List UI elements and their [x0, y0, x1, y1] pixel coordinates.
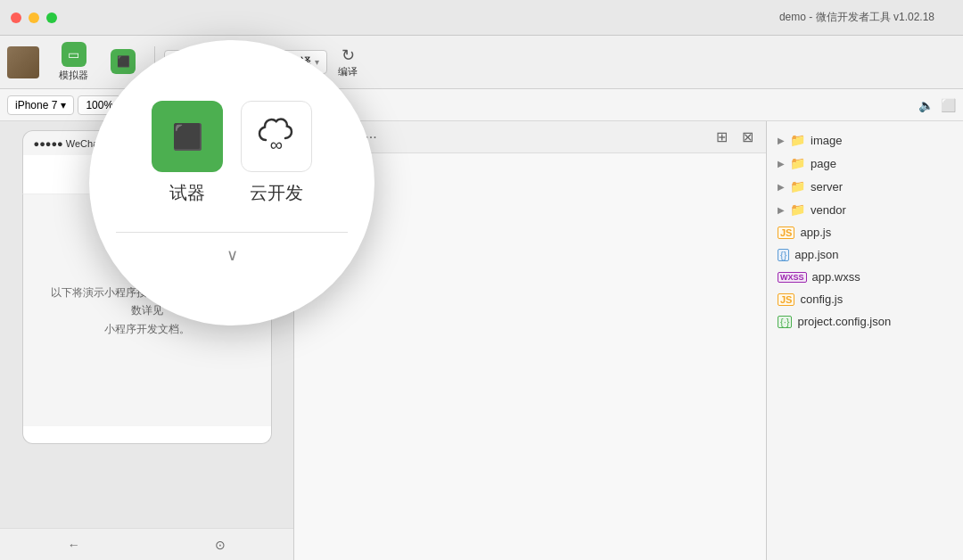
file-name: app.wxss [812, 270, 860, 284]
filetree-panel: ▶ 📁 image ▶ 📁 page ▶ 📁 server ▶ 📁 vendor… [767, 121, 963, 560]
compile-button[interactable]: ↻ 编译 [331, 42, 365, 82]
folder-arrow-icon: ▶ [778, 182, 785, 192]
config-badge: {·} [778, 316, 792, 328]
file-name: app.js [800, 226, 831, 239]
debugger-icon-symbol: ⬛ [172, 122, 203, 152]
carrier-text: ●●●●● WeChat [34, 138, 102, 149]
back-button[interactable]: ← [61, 534, 87, 556]
file-name: app.json [794, 248, 838, 261]
popup-cloud-item[interactable]: ∞ 云开发 [241, 101, 312, 205]
js-badge: JS [778, 293, 794, 306]
popup-divider [116, 232, 348, 233]
volume-icon[interactable]: 🔈 [918, 98, 934, 112]
home-button[interactable]: ⊙ [208, 534, 233, 556]
popup-items: ⬛ 试器 ∞ 云开发 [152, 101, 312, 205]
simulator-button[interactable]: ▭ 模拟器 [50, 38, 97, 86]
file-name: server [811, 180, 843, 194]
close-button[interactable] [11, 12, 21, 23]
minimize-button[interactable] [29, 12, 39, 23]
device-select[interactable]: iPhone 7 ▾ [7, 95, 74, 115]
list-item[interactable]: JS app.js [767, 221, 963, 243]
maximize-button[interactable] [46, 12, 57, 23]
list-item[interactable]: {·} project.config.json [767, 310, 963, 333]
popup-chevron-icon: ∨ [226, 245, 238, 265]
debugger-icon: ⬛ [117, 55, 130, 68]
file-name: page [811, 157, 836, 170]
list-item[interactable]: WXSS app.wxss [767, 266, 963, 288]
refresh-icon: ↻ [342, 45, 355, 65]
popup-inner: ⬛ 试器 ∞ 云开发 ∨ [89, 40, 374, 325]
svg-text:∞: ∞ [270, 135, 283, 154]
popup-chevron-area[interactable]: ∨ [226, 245, 238, 265]
list-item[interactable]: ▶ 📁 vendor [767, 198, 963, 221]
debugger-icon-bg: ⬛ [111, 49, 136, 74]
device-chevron: ▾ [61, 99, 66, 111]
popup-overlay: ⬛ 试器 ∞ 云开发 ∨ [89, 40, 374, 325]
folder-icon: 📁 [790, 179, 805, 194]
compile-label: 编译 [338, 65, 358, 78]
folder-icon: 📁 [790, 202, 805, 217]
window-title: demo - 微信开发者工具 v1.02.18 [779, 10, 934, 25]
avatar-image [7, 46, 39, 78]
file-name: config.js [800, 292, 843, 306]
folder-icon: 📁 [790, 156, 805, 170]
popup-debugger-item[interactable]: ⬛ 试器 [152, 101, 223, 205]
expand-button[interactable]: ⊠ [737, 127, 759, 147]
list-item[interactable]: ▶ 📁 page [767, 152, 963, 175]
simulator-controls: ← ⊙ [0, 528, 293, 560]
file-name: vendor [811, 203, 846, 217]
list-item[interactable]: {} app.json [767, 243, 963, 266]
file-name: project.config.json [797, 315, 891, 328]
js-badge: JS [778, 226, 794, 239]
titlebar: demo - 微信开发者工具 v1.02.18 [0, 0, 963, 36]
device-label: iPhone 7 [15, 99, 57, 111]
cloud-icon-svg: ∞ [255, 115, 298, 158]
simulator-icon-bg: ▭ [62, 42, 86, 67]
folder-arrow-icon: ▶ [778, 136, 785, 145]
screen-icon[interactable]: ⬜ [941, 98, 956, 112]
list-item[interactable]: ▶ 📁 server [767, 175, 963, 198]
traffic-lights [11, 12, 57, 23]
layout-button[interactable]: ⊞ [711, 127, 733, 147]
folder-arrow-icon: ▶ [778, 205, 785, 215]
file-name: image [811, 134, 842, 147]
cloud-popup-icon: ∞ [241, 101, 312, 172]
popup-debugger-label: 试器 [169, 181, 205, 205]
json-badge: {} [778, 249, 789, 261]
debugger-popup-icon: ⬛ [152, 101, 223, 172]
simulator-icon: ▭ [68, 47, 79, 62]
compile-mode-chevron: ▾ [315, 57, 319, 67]
folder-arrow-icon: ▶ [778, 159, 785, 169]
avatar[interactable] [7, 46, 39, 78]
simulator-label: 模拟器 [59, 69, 88, 82]
list-item[interactable]: JS config.js [767, 288, 963, 310]
wxss-badge: WXSS [778, 272, 807, 283]
list-item[interactable]: ▶ 📁 image [767, 128, 963, 152]
folder-icon: 📁 [790, 133, 805, 147]
popup-cloud-label: 云开发 [250, 181, 303, 205]
